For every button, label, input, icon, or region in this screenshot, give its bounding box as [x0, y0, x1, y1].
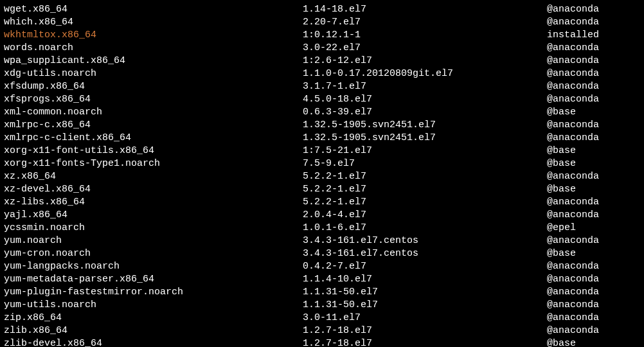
package-name: zlib.x86_64 [4, 325, 303, 337]
package-name: yajl.x86_64 [4, 209, 303, 222]
package-name: xfsprogs.x86_64 [4, 93, 303, 106]
package-name: xfsdump.x86_64 [4, 80, 303, 93]
package-repo: @anaconda [547, 67, 640, 80]
package-name: wpa_supplicant.x86_64 [4, 55, 303, 67]
package-version: 2.20-7.el7 [303, 16, 547, 29]
package-name: which.x86_64 [4, 16, 303, 29]
package-name: zlib-devel.x86_64 [4, 337, 303, 347]
package-name: yum-langpacks.noarch [4, 260, 303, 273]
package-repo: @anaconda [547, 42, 640, 55]
package-repo: @anaconda [547, 325, 640, 337]
package-version: 1:2.6-12.el7 [303, 55, 547, 67]
package-row: xfsprogs.x86_644.5.0-18.el7@anaconda [4, 93, 640, 106]
package-repo: @anaconda [547, 235, 640, 247]
package-version: 1.1.31-50.el7 [303, 299, 547, 312]
package-version: 3.0-22.el7 [303, 42, 547, 55]
package-repo: @anaconda [547, 16, 640, 29]
package-name: yum-metadata-parser.x86_64 [4, 273, 303, 286]
package-name: yum-utils.noarch [4, 299, 303, 312]
package-version: 2.0.4-4.el7 [303, 209, 547, 222]
package-row: xorg-x11-font-utils.x86_641:7.5-21.el7@b… [4, 145, 640, 157]
package-version: 1.2.7-18.el7 [303, 325, 547, 337]
package-row: xml-common.noarch0.6.3-39.el7@base [4, 106, 640, 119]
package-repo: @anaconda [547, 55, 640, 67]
package-row: which.x86_642.20-7.el7@anaconda [4, 16, 640, 29]
package-name: xorg-x11-fonts-Type1.noarch [4, 157, 303, 170]
package-row: xorg-x11-fonts-Type1.noarch7.5-9.el7@bas… [4, 157, 640, 170]
package-row: xz.x86_645.2.2-1.el7@anaconda [4, 170, 640, 183]
package-name: wkhtmltox.x86_64 [4, 29, 303, 42]
package-repo: @anaconda [547, 286, 640, 299]
package-repo: @anaconda [547, 132, 640, 145]
package-version: 3.4.3-161.el7.centos [303, 247, 547, 260]
package-row: wpa_supplicant.x86_641:2.6-12.el7@anacon… [4, 55, 640, 67]
package-name: xdg-utils.noarch [4, 67, 303, 80]
package-row: yum-cron.noarch3.4.3-161.el7.centos@base [4, 247, 640, 260]
package-name: xz.x86_64 [4, 170, 303, 183]
package-version: 5.2.2-1.el7 [303, 170, 547, 183]
package-name: ycssmin.noarch [4, 222, 303, 235]
package-version: 7.5-9.el7 [303, 157, 547, 170]
package-version: 1.2.7-18.el7 [303, 337, 547, 347]
package-repo: @anaconda [547, 299, 640, 312]
package-version: 5.2.2-1.el7 [303, 196, 547, 209]
package-repo: @base [547, 106, 640, 119]
package-version: 3.0-11.el7 [303, 312, 547, 325]
package-name: yum.noarch [4, 235, 303, 247]
package-row: xz-devel.x86_645.2.2-1.el7@base [4, 183, 640, 196]
package-repo: @base [547, 145, 640, 157]
package-row: yum-langpacks.noarch0.4.2-7.el7@anaconda [4, 260, 640, 273]
package-version: 3.1.7-1.el7 [303, 80, 547, 93]
package-version: 3.4.3-161.el7.centos [303, 235, 547, 247]
package-version: 0.4.2-7.el7 [303, 260, 547, 273]
package-repo: @anaconda [547, 80, 640, 93]
package-repo: @anaconda [547, 93, 640, 106]
package-name: xml-common.noarch [4, 106, 303, 119]
package-repo: @anaconda [547, 312, 640, 325]
package-repo: @anaconda [547, 170, 640, 183]
package-row: ycssmin.noarch1.0.1-6.el7@epel [4, 222, 640, 235]
package-row: xz-libs.x86_645.2.2-1.el7@anaconda [4, 196, 640, 209]
package-repo: @anaconda [547, 209, 640, 222]
package-row: xmlrpc-c-client.x86_641.32.5-1905.svn245… [4, 132, 640, 145]
package-repo: @epel [547, 222, 640, 235]
package-version: 1:7.5-21.el7 [303, 145, 547, 157]
package-repo: @base [547, 183, 640, 196]
package-name: xz-devel.x86_64 [4, 183, 303, 196]
package-row: zlib-devel.x86_641.2.7-18.el7@base [4, 337, 640, 347]
package-row: yum-metadata-parser.x86_641.1.4-10.el7@a… [4, 273, 640, 286]
package-row: zip.x86_643.0-11.el7@anaconda [4, 312, 640, 325]
package-version: 1.32.5-1905.svn2451.el7 [303, 132, 547, 145]
package-row: wkhtmltox.x86_641:0.12.1-1installed [4, 29, 640, 42]
package-name: xorg-x11-font-utils.x86_64 [4, 145, 303, 157]
package-version: 1.14-18.el7 [303, 3, 547, 16]
package-repo: @base [547, 247, 640, 260]
package-repo: @base [547, 157, 640, 170]
package-name: xmlrpc-c.x86_64 [4, 119, 303, 132]
package-name: xz-libs.x86_64 [4, 196, 303, 209]
package-version: 1.1.31-50.el7 [303, 286, 547, 299]
package-version: 4.5.0-18.el7 [303, 93, 547, 106]
package-row: yum.noarch3.4.3-161.el7.centos@anaconda [4, 235, 640, 247]
package-row: wget.x86_641.14-18.el7@anaconda [4, 3, 640, 16]
package-name: zip.x86_64 [4, 312, 303, 325]
package-row: yajl.x86_642.0.4-4.el7@anaconda [4, 209, 640, 222]
package-version: 0.6.3-39.el7 [303, 106, 547, 119]
package-row: xfsdump.x86_643.1.7-1.el7@anaconda [4, 80, 640, 93]
package-row: zlib.x86_641.2.7-18.el7@anaconda [4, 325, 640, 337]
package-repo: @anaconda [547, 196, 640, 209]
package-name: xmlrpc-c-client.x86_64 [4, 132, 303, 145]
package-name: yum-cron.noarch [4, 247, 303, 260]
package-version: 1.1.0-0.17.20120809git.el7 [303, 67, 547, 80]
package-row: xdg-utils.noarch1.1.0-0.17.20120809git.e… [4, 67, 640, 80]
package-row: yum-plugin-fastestmirror.noarch1.1.31-50… [4, 286, 640, 299]
package-repo: @anaconda [547, 273, 640, 286]
package-row: xmlrpc-c.x86_641.32.5-1905.svn2451.el7@a… [4, 119, 640, 132]
package-version: 1.1.4-10.el7 [303, 273, 547, 286]
package-repo: @anaconda [547, 3, 640, 16]
package-row: words.noarch3.0-22.el7@anaconda [4, 42, 640, 55]
package-name: yum-plugin-fastestmirror.noarch [4, 286, 303, 299]
package-version: 1.32.5-1905.svn2451.el7 [303, 119, 547, 132]
terminal-output: wget.x86_641.14-18.el7@anacondawhich.x86… [4, 3, 640, 347]
package-repo: @anaconda [547, 119, 640, 132]
